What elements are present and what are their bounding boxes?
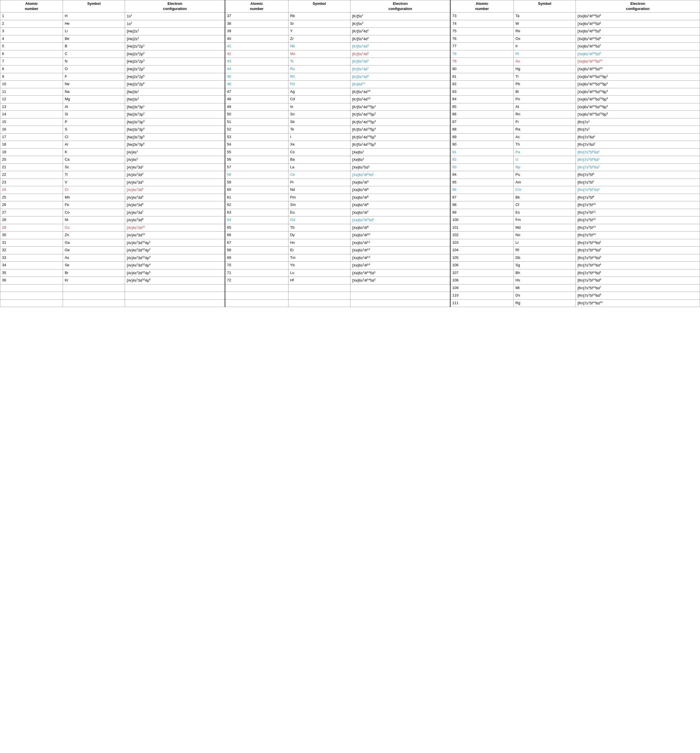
empty-cell [63,284,125,292]
config-cell: [Ar]4s23d8 [125,216,225,224]
empty-cell [225,299,288,307]
table-row: 28Ni[Ar]4s23d864Gd[Xe]6s24f75d1100Fm[Rn]… [0,216,700,224]
symbol-cell: Sn [288,111,350,119]
atomic-number-cell: 106 [450,262,514,269]
col-header-symbol-3: Symbol [514,0,576,12]
symbol-cell: Ge [63,247,125,254]
config-cell: [Xe]6s24f145d106p5 [575,103,700,111]
symbol-cell: In [288,103,350,111]
config-cell: [Xe]6s24f145d7 [575,43,700,50]
config-cell: [Ne]3s23p6 [125,141,225,148]
atomic-number-cell: 88 [450,126,514,134]
symbol-cell: Nd [288,186,350,194]
symbol-cell: Fr [514,118,576,126]
atomic-number-cell: 108 [450,277,514,284]
atomic-number-cell: 51 [225,118,288,126]
atomic-number-cell: 39 [225,28,288,35]
config-cell: [Xe]6s24f145d3 [575,12,700,20]
table-row: 32Ge[Ar]4s23d104p268Er[Xe]6s24f12104Rf[R… [0,247,700,254]
atomic-number-cell: 65 [225,224,288,231]
symbol-cell: No [514,231,576,239]
symbol-cell: Pm [288,194,350,202]
empty-cell [350,284,450,292]
atomic-number-cell: 64 [225,216,288,224]
config-cell: [Ar]4s23d5 [125,194,225,202]
config-cell: [Rn]7s25f9 [575,194,700,202]
symbol-cell: Sb [288,118,350,126]
atomic-number-cell: 55 [225,148,288,156]
config-cell: [He]2s1 [125,28,225,35]
symbol-cell: Ce [288,171,350,179]
atomic-number-cell: 74 [450,20,514,28]
atomic-number-cell: 33 [0,254,63,262]
symbol-cell: Np [514,164,576,171]
config-cell: [He]2s22p4 [125,65,225,73]
col-header-atomic-num-3: Atomicnumber [450,0,514,12]
atomic-number-cell: 54 [225,141,288,148]
config-cell: [Xe]6s1 [350,148,450,156]
config-cell: [Kr]5s14d105p2 [350,111,450,119]
config-cell: [Rn]7s26d1 [575,133,700,141]
atomic-number-cell: 85 [450,103,514,111]
empty-cell [63,292,125,300]
config-cell: [Xe]6s24f145d106p4 [575,96,700,103]
config-cell: [Xe]6s24f15d1 [350,171,450,179]
atomic-number-cell: 59 [225,178,288,186]
config-cell: [Kr]5s14d105p5 [350,133,450,141]
atomic-number-cell: 3 [0,28,63,35]
table-row: 33As[Ar]4s23d104p369Tm[Xe]6s24f13105Db[R… [0,254,700,262]
atomic-number-cell: 24 [0,186,63,194]
config-cell: [Ar]4s23d104p6 [125,277,225,284]
atomic-number-cell: 47 [225,88,288,96]
atomic-number-cell: 57 [225,164,288,171]
symbol-cell: Ir [514,43,576,50]
config-cell: [Kr]5s14d10 [350,88,450,96]
symbol-cell: Cl [63,133,125,141]
symbol-cell: B [63,43,125,50]
config-cell: [Ne]3s23p5 [125,133,225,141]
atomic-number-cell: 78 [450,50,514,58]
config-cell: [Kr]5s24d10 [350,96,450,103]
atomic-number-cell: 95 [450,178,514,186]
atomic-number-cell: 8 [0,65,63,73]
config-cell: [Kr]5s14d5 [350,50,450,58]
symbol-cell: Tm [288,254,350,262]
config-cell: [He]2s22p3 [125,58,225,66]
config-cell: [Xe]6s24f13 [350,254,450,262]
table-row: 18Ar[Ne]3s23p654Xe[Kr]5s14d105p690Th[Rn]… [0,141,700,148]
symbol-cell: Cm [514,186,576,194]
atomic-number-cell: 68 [225,247,288,254]
empty-cell [125,284,225,292]
col-header-config-3: Electronconfiguration [575,0,700,12]
periodic-table: Atomicnumber Symbol Electronconfiguratio… [0,0,700,307]
table-row: 9F[He]2s22p545Rh[Kr]5s14d881Tl[Xe]6s24f1… [0,73,700,81]
table-row: 30Zn[Ar]4s23d1066Dy[Xe]6s24f10102No[Rn]7… [0,231,700,239]
config-cell: [Rn]7s15f146d9 [575,292,700,300]
col-header-symbol-1: Symbol [63,0,125,12]
table-row: 2He1s238Sr[Kr]5s274W[Xe]6s24f145d4 [0,20,700,28]
table-row: 27Co[Ar]4s23d763Eu[Xe]6s24f799Es[Rn]7s25… [0,209,700,216]
atomic-number-cell: 90 [450,141,514,148]
symbol-cell: Ag [288,88,350,96]
table-row: 16S[Ne]3s23p452Te[Kr]5s14d105p488Ra[Rn]7… [0,126,700,134]
table-row: 110Ds[Rn]7s15f146d9 [0,292,700,300]
symbol-cell: Es [514,209,576,216]
empty-cell [288,299,350,307]
atomic-number-cell: 45 [225,73,288,81]
symbol-cell: Bi [514,88,576,96]
table-row: 3Li[He]2s139Y[Kr]5s24d175Re[Xe]6s24f145d… [0,28,700,35]
atomic-number-cell: 2 [0,20,63,28]
symbol-cell: Lr [514,239,576,247]
atomic-number-cell: 87 [450,118,514,126]
symbol-cell: Rn [514,111,576,119]
config-cell: [Kr]5s24d1 [350,28,450,35]
empty-cell [350,299,450,307]
config-cell: [Xe]6s24f145d10 [575,65,700,73]
atomic-number-cell: 92 [450,156,514,164]
table-row: 8O[He]2s22p444Ru[Kr]5s14d780Hg[Xe]6s24f1… [0,65,700,73]
atomic-number-cell: 94 [450,171,514,179]
symbol-cell: Gd [288,216,350,224]
symbol-cell: Ga [63,239,125,247]
config-cell: [Xe]6s24f145d4 [575,20,700,28]
symbol-cell: Po [514,96,576,103]
